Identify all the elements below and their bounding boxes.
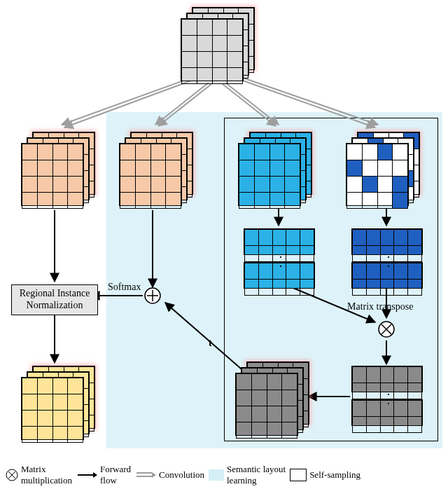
matmul-icon	[6, 469, 18, 481]
legend-forward-label: Forward flow	[100, 464, 131, 486]
forward-icon	[76, 471, 97, 479]
conv-icon	[135, 470, 156, 480]
legend-conv-label: Convolution	[159, 469, 204, 481]
softmax-label: Softmax	[108, 282, 141, 293]
legend-selfsample-label: Self-sampling	[309, 469, 360, 481]
legend-semantic: Semantic layout learning	[209, 464, 286, 486]
legend: Matrix multiplication Forward flow Convo…	[6, 464, 442, 486]
semantic-icon	[209, 469, 224, 481]
selfsample-icon	[290, 469, 307, 481]
t-label: t	[209, 338, 212, 349]
rin-box: Regional Instance Normalization	[11, 284, 98, 315]
legend-semantic-label: Semantic layout learning	[227, 464, 286, 486]
rin-label: Regional Instance Normalization	[20, 288, 90, 310]
legend-forward: Forward flow	[76, 464, 131, 486]
legend-conv: Convolution	[135, 469, 204, 481]
legend-matmul-label: Matrix multiplication	[21, 464, 72, 486]
diagram-canvas: Regional Instance Normalization	[0, 0, 448, 489]
legend-matmul: Matrix multiplication	[6, 464, 72, 486]
legend-selfsample: Self-sampling	[290, 469, 360, 481]
matrix-transpose-label: Matrix transpose	[347, 301, 413, 312]
